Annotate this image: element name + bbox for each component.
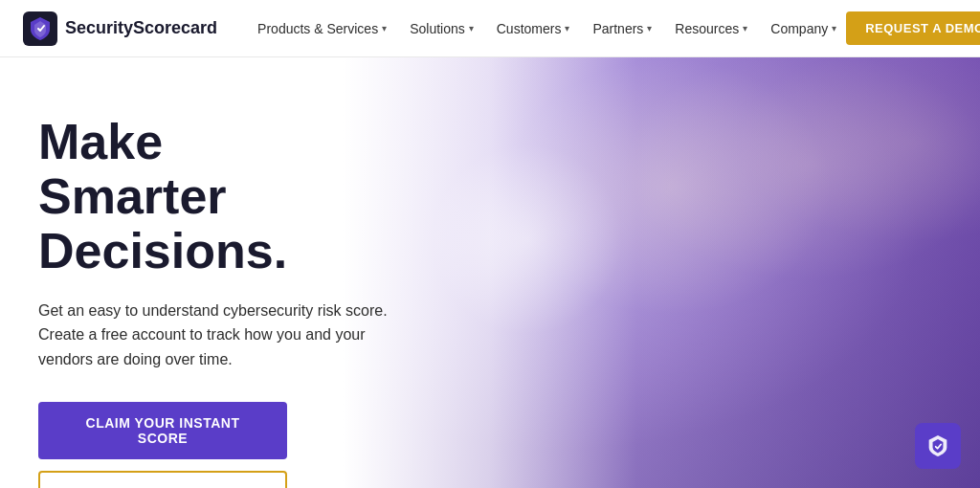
floating-scorecard-icon[interactable] — [915, 423, 961, 469]
logo-link[interactable]: SecurityScorecard — [23, 11, 217, 46]
nav-item-partners[interactable]: Partners ▾ — [583, 15, 661, 42]
hero-content: Make Smarter Decisions. Get an easy to u… — [0, 57, 980, 488]
nav-links: Products & Services ▾ Solutions ▾ Custom… — [248, 15, 846, 42]
create-account-button[interactable]: CREATE FREE ACCOUNT › — [38, 471, 287, 488]
request-demo-button[interactable]: REQUEST A DEMO — [846, 11, 980, 45]
claim-score-button[interactable]: CLAIM YOUR INSTANT SCORE — [38, 402, 287, 459]
chevron-down-icon: ▾ — [647, 23, 652, 33]
nav-item-customers[interactable]: Customers ▾ — [487, 15, 580, 42]
hero-section: Make Smarter Decisions. Get an easy to u… — [0, 57, 980, 488]
nav-item-solutions[interactable]: Solutions ▾ — [400, 15, 483, 42]
chevron-down-icon: ▾ — [565, 23, 569, 33]
hero-headline: Make Smarter Decisions. — [38, 115, 421, 279]
hero-buttons: CLAIM YOUR INSTANT SCORE CREATE FREE ACC… — [38, 402, 421, 488]
chevron-down-icon: ▾ — [743, 23, 747, 33]
chevron-down-icon: ▾ — [832, 23, 836, 33]
chevron-down-icon: ▾ — [469, 23, 474, 33]
chevron-down-icon: ▾ — [382, 23, 387, 33]
logo-text: SecurityScorecard — [65, 18, 217, 38]
hero-text-block: Make Smarter Decisions. Get an easy to u… — [38, 115, 421, 488]
scorecard-logo-icon — [924, 433, 951, 459]
nav-item-company[interactable]: Company ▾ — [761, 15, 846, 42]
navbar: SecurityScorecard Products & Services ▾ … — [0, 0, 980, 57]
nav-item-resources[interactable]: Resources ▾ — [665, 15, 757, 42]
nav-item-products-services[interactable]: Products & Services ▾ — [248, 15, 396, 42]
logo-icon — [23, 11, 57, 46]
hero-subtext: Get an easy to understand cybersecurity … — [38, 299, 421, 372]
